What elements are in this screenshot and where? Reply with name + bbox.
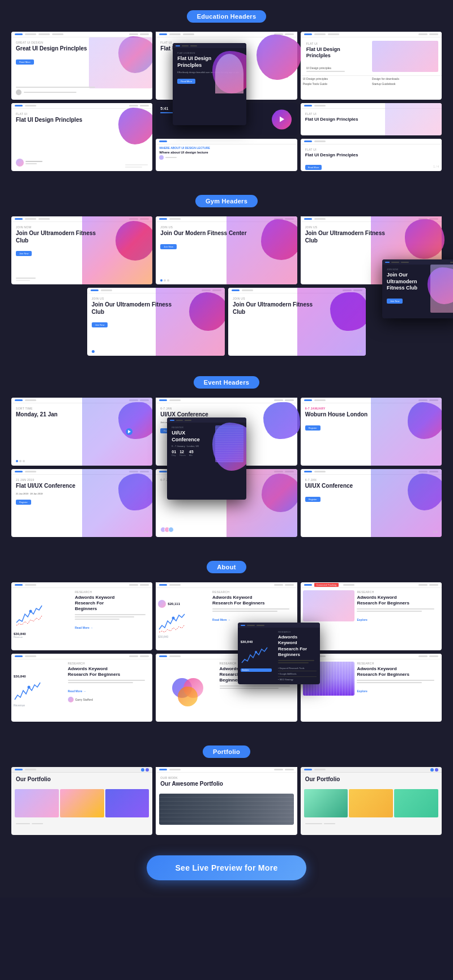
popup-nav-item-2 [185,420,191,421]
avatar-3 [168,527,174,532]
gym-card-3[interactable]: JOIN US Join Our Ultramodern Fitness Clu… [301,216,442,284]
edu-card-3[interactable]: FLAT UI Flat UI Design Princlples UI Des… [301,32,442,100]
about-badge: About [207,561,246,573]
tag-1: Analytics [241,668,272,672]
nav-logo [15,33,23,35]
about-photo [303,590,355,621]
gym-popup-title: Join Our Ultramodern Fitness Club [387,272,427,292]
portfolio-card-3[interactable]: Our Portfolio [301,767,442,835]
live-preview-button[interactable]: See Live Preview for More [147,855,306,880]
nav-right [418,33,438,35]
nav-right [418,584,438,586]
edu-card-7[interactable]: FLAT UI Flat UI Design Princlples [301,103,442,135]
event-badge: Event Headers [194,376,259,389]
gym-section-label: Gym Headers [0,185,453,214]
portfolio-photo-2 [60,789,104,817]
about-text-line-8 [68,680,145,681]
event-card-3[interactable]: 6-7 January Woburn House London Register [301,398,442,466]
portfolio-card-1[interactable]: Our Portfolio [11,767,152,835]
event-card-4-btn[interactable]: Register [16,500,31,505]
edu-card-8[interactable]: FLAT UI Flat UI Design Princlples Read M… [301,139,442,171]
about-read-more-6[interactable]: Explore [357,689,367,693]
progress-bar-fill [160,112,174,113]
edu-card-1-btn[interactable]: Read More [16,59,34,65]
play-btn[interactable] [272,109,292,129]
gym-card-1-btn[interactable]: Join Now [16,251,32,256]
nav-item-1 [25,218,36,220]
about-card-6[interactable]: RESEARCH Adwords Keyword Research For Be… [301,654,442,722]
indicator-dot [92,350,95,353]
about-text-line-5 [212,611,277,612]
nav-logo [15,105,23,106]
about-text-line-7 [357,611,422,612]
popup-chart: $30,840 Analytics [238,628,275,684]
event-page-6: 1 4 [433,530,437,534]
gym-card-4-btn[interactable]: Join Now [92,322,108,327]
popup-logo [170,420,174,421]
event-card-6-btn[interactable]: Register [305,497,320,502]
counter-num-3: 45 [189,450,194,454]
about-card-6-nav [301,654,442,659]
edu-card-8-title: Flat UI Design Princlples [305,152,398,158]
edu-card-4[interactable]: FLAT UI Flat UI Design Princlples [11,103,152,171]
nav-right [129,584,149,586]
event-card-4-content: 21 JAN 2019 Flat UI/UX Conference 21 Jan… [11,475,152,509]
popup-chart-svg [241,645,269,667]
about-read-more-1[interactable]: Read More → [75,626,93,629]
popup-content: RESEARCH Adwords Keyword Research For Be… [275,628,320,684]
gym-popup-btn[interactable]: Join Now [387,299,403,304]
gym-card-4[interactable]: JOIN US Join Our Ultramodern Fitness Clu… [87,288,225,356]
portfolio-card-1-title: Our Portfolio [16,776,108,783]
nav-item-1 [169,655,181,657]
gap-3 [0,546,453,551]
event-card-3-btn[interactable]: Register [305,425,320,431]
event-card-4[interactable]: 21 JAN 2019 Flat UI/UX Conference 21 Jan… [11,469,152,537]
edu-card-8-nav [301,139,442,144]
nav-item-2 [39,218,50,220]
gym-card-5[interactable]: JOIN US Join Our Ultramodern Fitness Clu… [228,288,366,356]
about-read-more-2[interactable]: Read More → [212,618,230,621]
popup-btn[interactable]: Read More [177,79,195,84]
about-card-1[interactable]: $30,840 Revenue RESEARCH Adwords Keyword… [11,582,152,650]
gym-card-2-btn[interactable]: Join Now [160,244,176,249]
counter-label: Day [172,454,176,457]
circles-graphic [172,675,203,706]
about-text-line-6 [357,608,434,610]
education-badge: Education Headers [187,10,267,23]
about-chart-area-4: $30,840 Revenue [11,659,68,722]
gym-card-1[interactable]: JOIN NOW Join Our Ultramodern Fitness Cl… [11,216,152,284]
about-read-more-3[interactable]: Explore [357,618,367,621]
footer-line-2 [16,280,30,281]
nav-item-1 [169,33,181,35]
event-card-2[interactable]: 6-7 JAN UI/UX Conference Join our exclus… [156,398,297,466]
edu-card-1[interactable]: GREAT UI DESIGN Great UI Design Princlpl… [11,32,152,100]
gym-card-2[interactable]: JOIN US Join Our Modern Fitness Center J… [156,216,297,284]
chart-label-4: Revenue [14,704,66,707]
about-card-2[interactable]: $20,111 $30,840 RESEARCH Adwords [156,582,297,650]
event-play-btn[interactable] [126,428,133,435]
event-card-3-subtitle: 6-7 January [305,407,437,410]
portfolio-card-2[interactable]: OUR WORK Our Awesome Portfolio [156,767,297,835]
about-text-line-13 [357,682,422,683]
avatar [16,159,24,167]
edu-card-6-subtitle: WHERE ABOUT UI DESIGN LECTURE [159,146,293,150]
popup-logo [385,262,390,263]
event-card-6[interactable]: 6-7 JAN UI/UX Conference Register 1 4 [301,469,442,537]
edu-card-6-rating [159,155,293,160]
edu-card-3-link-4: Startup Guidebook [372,82,439,86]
quote-line-2 [125,167,142,168]
edu-card-7-subtitle: FLAT UI [305,112,437,116]
nav-item-1 [169,584,181,586]
edu-card-8-btn[interactable]: Read More [305,165,322,170]
nav-item-1 [25,769,36,770]
about-card-3-subtitle: RESEARCH [357,590,438,594]
about-card-3[interactable]: Connected Tracking RESEARCH [301,582,442,650]
about-card-4[interactable]: $30,840 Revenue RESEARCH Adwords Keyword… [11,654,152,722]
nav-item-2 [183,33,194,35]
edu-card-6[interactable]: WHERE ABOUT UI DESIGN LECTURE Where abou… [156,139,297,171]
avatar-sm [16,90,22,95]
edu-card-2[interactable]: FLAT UI Flat UI Design Princlples FLAT U… [156,32,297,100]
about-read-more-4[interactable]: Read More → [68,689,86,693]
about-card-6-body: RESEARCH Adwords Keyword Research For Be… [301,659,442,722]
event-card-1[interactable]: SORT TIME Monday, 21 Jan [11,398,152,466]
